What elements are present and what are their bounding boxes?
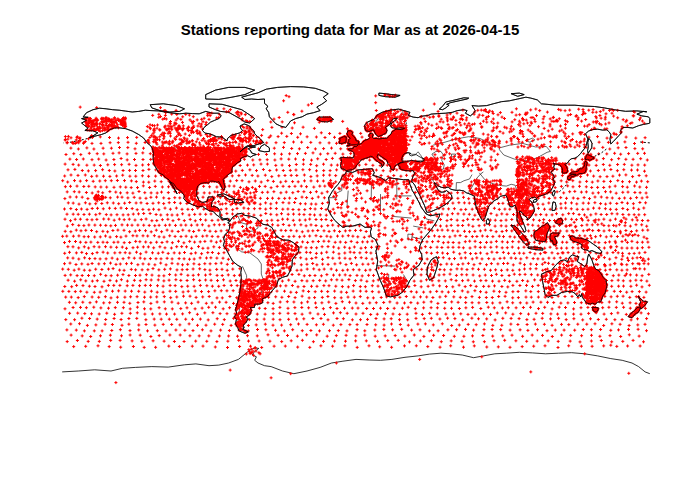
world-map [0,0,700,480]
antarctic-coastline [62,348,650,374]
figure: Stations reporting data for Mar as at 20… [0,0,700,480]
